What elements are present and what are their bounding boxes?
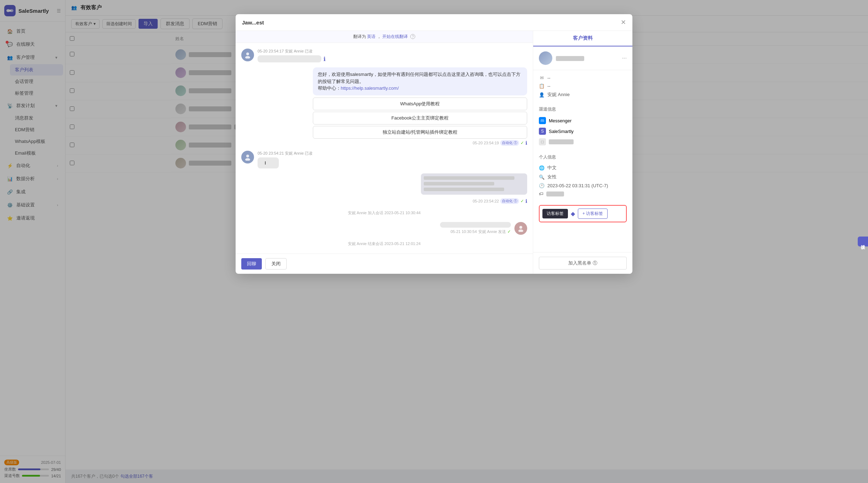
- close-chat-button[interactable]: 关闭: [265, 258, 287, 270]
- channel-messenger: m Messenger: [539, 115, 627, 126]
- message-row: 05-20 23:54:21 安妮 Annie 已读 I: [241, 151, 527, 168]
- auto-badge: 自动化 ①: [500, 140, 519, 146]
- gender-icon: 🔍: [539, 174, 545, 180]
- close-icon[interactable]: ✕: [621, 18, 626, 26]
- visitor-tag-button[interactable]: 访客标签: [542, 209, 568, 218]
- channel-section: 渠道信息 m Messenger S SaleSmartly □: [533, 103, 632, 151]
- svg-point-6: [245, 158, 250, 161]
- svg-point-3: [246, 52, 249, 55]
- agent-icon: 👤: [539, 92, 545, 98]
- message-buttons: WhatsApp使用教程 Facebook公主主页绑定教程 独立站自建站/托管网…: [313, 98, 527, 139]
- avatar: [241, 49, 254, 61]
- info-icon: ℹ: [323, 56, 326, 62]
- read-status: 已读: [305, 151, 312, 155]
- gender-row: 🔍 女性: [539, 172, 627, 182]
- message-meta: 05-20 23:54:22 自动化 ① ✓ ℹ: [473, 198, 527, 204]
- auto-badge: 自动化 ①: [500, 198, 519, 204]
- blurred-bubble: [258, 55, 321, 62]
- message-time: 05-20 23:54:17: [258, 49, 284, 53]
- customer-avatar: [539, 51, 552, 65]
- message-row: 05-20 23:54:22 自动化 ① ✓ ℹ: [241, 173, 527, 204]
- modal-title: Jaw...est: [242, 20, 264, 26]
- translate-prefix: 翻译为: [353, 34, 366, 39]
- message-content: 05-20 23:54:17 安妮 Annie 已读 ℹ: [258, 49, 326, 62]
- extra-value: [546, 191, 564, 196]
- help-icon: ?: [410, 34, 415, 39]
- message-content: 05-20 23:54:21 安妮 Annie 已读 I: [258, 151, 312, 168]
- message-time: 05-20 23:54:22: [473, 199, 499, 203]
- blacklist-button[interactable]: 加入黑名单 ①: [539, 257, 627, 270]
- tag-diamond-icon: ◆: [571, 210, 575, 217]
- right-panel: 客户资料 ··· ✉ -- 📋 --: [533, 31, 632, 274]
- phone-value: --: [547, 83, 551, 89]
- help-link[interactable]: https://help.salesmartly.com/: [341, 85, 399, 91]
- svg-point-8: [518, 229, 523, 232]
- extra-icon: 🏷: [539, 191, 543, 196]
- message-row: 05-20 23:54:17 安妮 Annie 已读 ℹ: [241, 49, 527, 62]
- channel-name: [549, 139, 574, 144]
- message-content: 05-21 10:30:54 安妮 Annie 发送 ✓: [440, 222, 511, 235]
- blurred-bubble: [440, 222, 511, 228]
- avatar: [514, 222, 527, 235]
- message-row: 您好，欢迎使用salesmartly，如使用中有遇到任何问题都可以点击这里进入咨…: [241, 67, 527, 146]
- feedback-tab[interactable]: 投诉建议: [858, 237, 868, 246]
- channel-salesmartly: S SaleSmartly: [539, 126, 627, 137]
- visitor-tag-section: 访客标签 ◆ + 访客标签: [533, 201, 632, 226]
- agent-name: 安妮 Annie: [285, 49, 304, 53]
- message-bubble: 您好，欢迎使用salesmartly，如使用中有遇到任何问题都可以点击这里进入咨…: [313, 67, 527, 95]
- check-icon: ✓: [520, 140, 524, 145]
- bottom-actions: 加入黑名单 ①: [533, 252, 632, 274]
- add-visitor-tag-button[interactable]: + 访客标签: [578, 209, 608, 219]
- timezone-value: 2023-05-22 03:31:31 (UTC-7): [547, 183, 608, 188]
- timezone-row: 🕐 2023-05-22 03:31:31 (UTC-7): [539, 182, 627, 190]
- extra-row: 🏷: [539, 190, 627, 198]
- right-panel-tab[interactable]: 客户资料: [533, 31, 632, 46]
- customer-chat-modal: Jaw...est ✕ 翻译为 英语 ， 开始在线翻译 ?: [236, 14, 632, 274]
- translate-language-link[interactable]: 英语: [367, 34, 376, 39]
- email-row: ✉ --: [539, 74, 627, 82]
- agent-name: 安妮 Annie 发送: [478, 229, 506, 234]
- svg-point-5: [246, 155, 249, 157]
- blurred-bubble: I: [258, 157, 279, 168]
- channel-name: SaleSmartly: [549, 129, 574, 134]
- chat-panel: 翻译为 英语 ， 开始在线翻译 ? 05-20 23:54:17: [236, 31, 533, 274]
- agent-row: 👤 安妮 Annie: [539, 90, 627, 99]
- reply-button[interactable]: 回聊: [241, 258, 262, 270]
- channel-name: Messenger: [549, 118, 571, 123]
- chat-button-2[interactable]: Facebook公主主页绑定教程: [313, 112, 527, 124]
- check-icon: ✓: [520, 199, 524, 204]
- modal-body: 翻译为 英语 ， 开始在线翻译 ? 05-20 23:54:17: [236, 31, 632, 274]
- clock-icon: 🕐: [539, 183, 545, 188]
- channel-section-title: 渠道信息: [539, 106, 627, 112]
- chat-button-1[interactable]: WhatsApp使用教程: [313, 98, 527, 110]
- translate-separator: ，: [377, 34, 381, 39]
- agent-value: 安妮 Annie: [547, 91, 570, 98]
- channel-other: □: [539, 137, 627, 147]
- avatar: [241, 151, 254, 163]
- blurred-bubble: [421, 173, 527, 195]
- svg-point-7: [519, 226, 522, 229]
- more-options-button[interactable]: ···: [622, 55, 627, 61]
- chat-button-3[interactable]: 独立站自建站/托管网站插件绑定教程: [313, 126, 527, 139]
- language-value: 中文: [547, 165, 557, 171]
- gender-value: 女性: [547, 174, 557, 180]
- message-time: 05-20 23:54:21: [258, 151, 284, 155]
- message-time: 05-20 23:54:19: [473, 141, 499, 145]
- info-icon: ℹ: [525, 198, 527, 204]
- read-status: 已读: [305, 49, 312, 53]
- email-value: --: [547, 75, 551, 80]
- customer-name: [556, 55, 619, 61]
- channel-icon: □: [539, 138, 546, 145]
- phone-row: 📋 --: [539, 82, 627, 90]
- messenger-icon: m: [539, 117, 546, 124]
- online-translate-link[interactable]: 开始在线翻译: [382, 34, 408, 39]
- svg-point-4: [245, 56, 250, 59]
- message-time: 05-21 10:30:54: [451, 229, 477, 234]
- chat-footer: 回聊 关闭: [236, 254, 533, 274]
- check-icon: ✓: [507, 229, 511, 234]
- message-content: 05-20 23:54:22 自动化 ① ✓ ℹ: [421, 173, 527, 204]
- language-row: 🌐 中文: [539, 163, 627, 172]
- phone-icon: 📋: [539, 83, 545, 89]
- modal-overlay: Jaw...est ✕ 翻译为 英语 ， 开始在线翻译 ?: [0, 0, 868, 483]
- personal-info-title: 个人信息: [539, 154, 627, 160]
